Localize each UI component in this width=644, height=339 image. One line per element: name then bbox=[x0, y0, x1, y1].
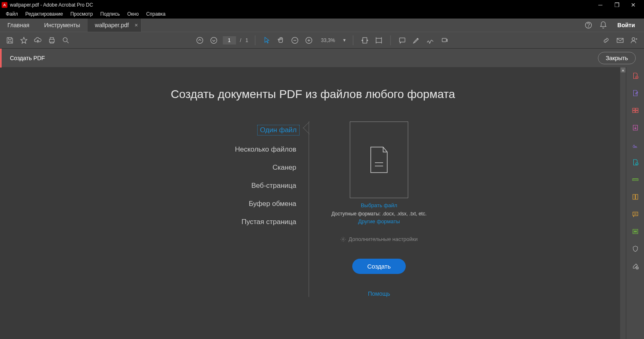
page-sep: / bbox=[240, 37, 241, 43]
menu-sign[interactable]: Подпись bbox=[97, 10, 123, 18]
export-tool-icon[interactable] bbox=[631, 123, 640, 132]
title-bar: A wallpaper.pdf - Adobe Acrobat Pro DC ─… bbox=[0, 0, 644, 9]
link-icon[interactable] bbox=[601, 35, 611, 45]
main-area: Создать документы PDF из файлов любого ф… bbox=[0, 67, 644, 339]
page-down-icon[interactable] bbox=[209, 35, 219, 45]
highlight-icon[interactable] bbox=[412, 35, 421, 45]
fit-page-icon[interactable] bbox=[374, 35, 384, 45]
source-blank[interactable]: Пустая страница bbox=[242, 218, 296, 226]
svg-point-14 bbox=[342, 238, 344, 240]
zoom-out-icon[interactable] bbox=[290, 35, 300, 45]
subheader: Создать PDF Закрыть bbox=[0, 48, 644, 67]
file-icon bbox=[367, 145, 391, 174]
content-area: Создать документы PDF из файлов любого ф… bbox=[0, 67, 626, 339]
search-icon[interactable] bbox=[61, 35, 71, 45]
scrollbar[interactable]: ▲ bbox=[620, 67, 626, 339]
compare-tool-icon[interactable] bbox=[631, 192, 640, 201]
file-drop-zone[interactable] bbox=[350, 122, 408, 198]
svg-point-4 bbox=[197, 37, 203, 43]
request-sign-tool-icon[interactable] bbox=[631, 158, 640, 167]
measure-tool-icon[interactable] bbox=[631, 175, 640, 184]
signin-button[interactable]: Войти bbox=[614, 22, 638, 28]
svg-rect-24 bbox=[634, 231, 637, 232]
close-window-button[interactable]: ✕ bbox=[629, 1, 637, 9]
svg-point-13 bbox=[632, 37, 635, 40]
svg-rect-9 bbox=[376, 38, 381, 42]
close-panel-button[interactable]: Закрыть bbox=[598, 52, 636, 64]
separator bbox=[353, 35, 353, 45]
accent-bar bbox=[0, 49, 2, 68]
note-tool-icon[interactable] bbox=[631, 210, 640, 219]
tab-home[interactable]: Главная bbox=[0, 19, 37, 32]
advanced-settings-label: Дополнительные настройки bbox=[349, 236, 418, 242]
help-icon[interactable] bbox=[584, 21, 593, 29]
svg-rect-19 bbox=[635, 111, 638, 113]
svg-rect-10 bbox=[400, 38, 405, 42]
user-icon[interactable] bbox=[629, 35, 639, 45]
source-multiple-files[interactable]: Несколько файлов bbox=[235, 145, 296, 154]
redact-tool-icon[interactable] bbox=[631, 227, 640, 236]
separator bbox=[255, 35, 255, 45]
email-icon[interactable] bbox=[615, 35, 625, 45]
tab-document[interactable]: wallpaper.pdf × bbox=[88, 19, 142, 32]
tab-close-icon[interactable]: × bbox=[135, 22, 138, 28]
tabs-bar: Главная Инструменты wallpaper.pdf × Войт… bbox=[0, 19, 644, 32]
star-icon[interactable] bbox=[19, 35, 29, 45]
svg-rect-17 bbox=[635, 108, 638, 110]
sign-icon[interactable] bbox=[425, 35, 435, 45]
pointer-icon[interactable] bbox=[262, 35, 272, 45]
fill-sign-tool-icon[interactable] bbox=[631, 140, 640, 150]
panel-title: Создать документы PDF из файлов любого ф… bbox=[171, 88, 455, 101]
hand-icon[interactable] bbox=[276, 35, 286, 45]
protect-tool-icon[interactable] bbox=[631, 244, 640, 253]
separator bbox=[391, 35, 391, 45]
maximize-button[interactable]: ❐ bbox=[613, 1, 621, 9]
svg-rect-8 bbox=[363, 37, 367, 43]
create-pdf-panel: Создать документы PDF из файлов любого ф… bbox=[0, 67, 626, 297]
bell-icon[interactable] bbox=[599, 21, 607, 29]
comment-icon[interactable] bbox=[398, 35, 407, 45]
create-pdf-tool-icon[interactable] bbox=[631, 71, 640, 80]
svg-point-1 bbox=[588, 27, 589, 27]
subheader-title: Создать PDF bbox=[10, 55, 45, 61]
scroll-up-icon[interactable]: ▲ bbox=[621, 68, 625, 72]
menu-edit[interactable]: Редактирование bbox=[22, 10, 66, 18]
source-clipboard[interactable]: Буфер обмена bbox=[249, 200, 296, 208]
svg-rect-18 bbox=[632, 111, 635, 113]
source-scanner[interactable]: Сканер bbox=[272, 164, 296, 172]
zoom-input[interactable] bbox=[318, 37, 338, 43]
source-webpage[interactable]: Веб-страница bbox=[251, 182, 296, 190]
menu-window[interactable]: Окно bbox=[124, 10, 142, 18]
svg-rect-12 bbox=[617, 38, 623, 42]
cloud-icon[interactable] bbox=[33, 35, 43, 45]
app-icon: A bbox=[2, 2, 7, 8]
print-icon[interactable] bbox=[47, 35, 57, 45]
source-single-file[interactable]: Один файл bbox=[257, 125, 300, 136]
menu-help[interactable]: Справка bbox=[143, 10, 169, 18]
edit-pdf-tool-icon[interactable] bbox=[631, 89, 640, 98]
source-list: Один файл Несколько файлов Сканер Веб-ст… bbox=[189, 122, 296, 297]
organize-tool-icon[interactable] bbox=[631, 106, 640, 115]
svg-rect-16 bbox=[632, 108, 635, 110]
svg-rect-2 bbox=[49, 39, 54, 42]
available-formats: Доступные форматы: .docx, .xlsx, .txt, e… bbox=[331, 211, 426, 217]
help-link[interactable]: Помощь bbox=[368, 290, 390, 297]
zoom-in-icon[interactable] bbox=[304, 35, 314, 45]
fit-width-icon[interactable] bbox=[360, 35, 370, 45]
page-number-input[interactable] bbox=[223, 36, 236, 44]
create-button[interactable]: Создать bbox=[352, 259, 405, 274]
minimize-button[interactable]: ─ bbox=[596, 1, 604, 9]
select-file-link[interactable]: Выбрать файл bbox=[361, 202, 398, 208]
menu-bar: Файл Редактирование Просмотр Подпись Окн… bbox=[0, 9, 644, 19]
menu-view[interactable]: Просмотр bbox=[67, 10, 96, 18]
stamp-icon[interactable] bbox=[439, 35, 449, 45]
page-up-icon[interactable] bbox=[195, 35, 205, 45]
menu-file[interactable]: Файл bbox=[2, 10, 21, 18]
save-icon[interactable] bbox=[5, 35, 15, 45]
tab-tools[interactable]: Инструменты bbox=[37, 19, 87, 32]
zoom-dropdown-icon[interactable]: ▼ bbox=[342, 38, 346, 42]
more-formats-link[interactable]: Другие форматы bbox=[358, 218, 400, 224]
more-tools-icon[interactable] bbox=[631, 262, 640, 271]
svg-point-3 bbox=[63, 37, 67, 42]
advanced-settings[interactable]: Дополнительные настройки bbox=[340, 236, 418, 242]
